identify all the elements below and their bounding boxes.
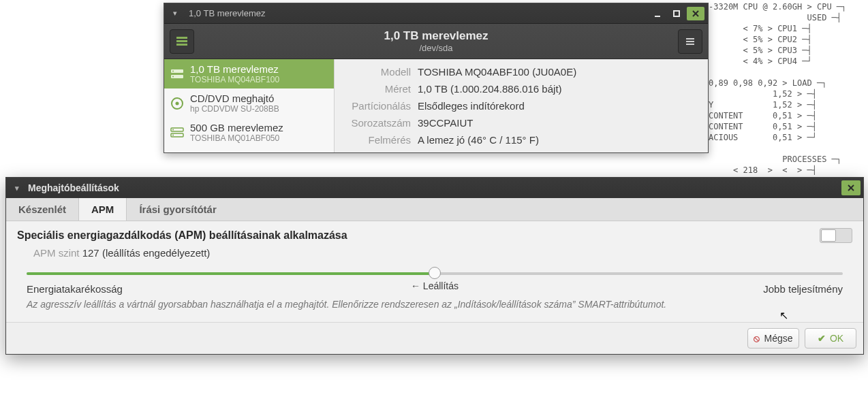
cancel-button[interactable]: ⦸Mégse xyxy=(747,328,799,349)
hamburger-menu-button[interactable] xyxy=(678,29,702,54)
header-title: 1,0 TB merevlemez xyxy=(194,29,678,43)
dialog-titlebar[interactable]: ▾ Meghajtóbeállítások xyxy=(6,178,863,198)
button-label: Mégse xyxy=(764,333,792,344)
detail-label: Partícionálás xyxy=(343,100,418,112)
disc-icon xyxy=(170,96,185,111)
background-terminal: -3320M CPU @ 2.60GH > CPU ─┐ USED ─┤ < 7… xyxy=(704,0,868,177)
slider-label-right: Jobb teljesítmény xyxy=(763,283,843,295)
svg-point-12 xyxy=(172,70,174,71)
minimize-button[interactable] xyxy=(649,7,666,20)
apm-enable-switch[interactable] xyxy=(820,228,852,243)
sidebar-item-label: CD/DVD meghajtó xyxy=(190,93,279,104)
dialog-footer: ⦸Mégse ✔OK xyxy=(6,322,863,354)
ok-button[interactable]: ✔OK xyxy=(805,328,856,349)
svg-rect-4 xyxy=(176,37,187,39)
tab-apm[interactable]: APM xyxy=(79,198,127,221)
window-menu-icon[interactable]: ▾ xyxy=(167,9,183,18)
svg-point-13 xyxy=(172,76,174,77)
svg-rect-1 xyxy=(674,11,679,16)
apm-level-label: APM szint xyxy=(33,247,80,259)
svg-point-19 xyxy=(172,134,174,135)
drive-settings-dialog: ▾ Meghajtóbeállítások Készenlét APM Írás… xyxy=(5,177,864,355)
dialog-title: Meghajtóbeállítások xyxy=(25,182,841,193)
slider-label-left: Energiatakarékosság xyxy=(27,283,123,295)
detail-label: Sorozatszám xyxy=(343,117,418,129)
disks-sidebar: 1,0 TB merevlemezTOSHIBA MQ04ABF100 CD/D… xyxy=(164,59,335,152)
disk-view-icon[interactable] xyxy=(170,29,194,54)
detail-label: Méret xyxy=(343,83,418,95)
close-button[interactable] xyxy=(687,7,704,20)
detail-value: 1,0 TB (1.000.204.886.016 bájt) xyxy=(418,83,700,95)
detail-value: A lemez jó (46° C / 115° F) xyxy=(418,134,700,146)
slider-label-mid: ← Leállítás xyxy=(411,280,459,291)
apm-heading: Speciális energiagazdálkodás (APM) beáll… xyxy=(17,229,809,242)
sidebar-item-sublabel: TOSHIBA MQ01ABF050 xyxy=(190,133,283,143)
detail-value: 39CCPAIUT xyxy=(418,117,700,129)
disk-details: ModellTOSHIBA MQ04ABF100 (JU0A0E) Méret1… xyxy=(335,59,708,152)
window-title: 1,0 TB merevlemez xyxy=(183,8,648,18)
detail-value: TOSHIBA MQ04ABF100 (JU0A0E) xyxy=(418,66,700,78)
sidebar-item-sublabel: TOSHIBA MQ04ABF100 xyxy=(190,75,279,84)
disks-headerbar: 1,0 TB merevlemez /dev/sda xyxy=(164,24,708,59)
svg-rect-6 xyxy=(176,44,187,46)
dialog-tabs: Készenlét APM Írási gyorsítótár xyxy=(6,198,863,221)
tab-standby[interactable]: Készenlét xyxy=(6,198,79,221)
svg-point-18 xyxy=(172,129,174,130)
sidebar-disk-2[interactable]: 500 GB merevlemezTOSHIBA MQ01ABF050 xyxy=(164,118,334,147)
sidebar-disk-1[interactable]: CD/DVD meghajtóhp CDDVDW SU-208BB xyxy=(164,88,334,118)
button-label: OK xyxy=(830,333,843,344)
detail-value: Elsődleges indítórekord xyxy=(418,100,700,112)
detail-label: Modell xyxy=(343,66,418,78)
apm-slider[interactable] xyxy=(27,267,843,280)
tab-write-cache[interactable]: Írási gyorsítótár xyxy=(127,198,228,221)
sidebar-disk-0[interactable]: 1,0 TB merevlemezTOSHIBA MQ04ABF100 xyxy=(164,59,334,88)
sidebar-item-sublabel: hp CDDVDW SU-208BB xyxy=(190,104,279,114)
maximize-button[interactable] xyxy=(668,7,685,20)
ok-icon: ✔ xyxy=(818,333,826,344)
apm-warning: Az agresszív leállítás a vártnál gyorsab… xyxy=(27,297,843,310)
sidebar-item-label: 500 GB merevlemez xyxy=(190,122,283,133)
svg-point-15 xyxy=(176,101,179,105)
disks-window: ▾ 1,0 TB merevlemez 1,0 TB merevlemez /d… xyxy=(164,3,709,153)
disks-titlebar[interactable]: ▾ 1,0 TB merevlemez xyxy=(164,3,708,24)
header-subtitle: /dev/sda xyxy=(194,43,678,53)
close-button[interactable] xyxy=(841,180,861,195)
hdd-icon xyxy=(170,125,185,140)
detail-label: Felmérés xyxy=(343,134,418,146)
apm-level-value: 127 (leállítás engedélyezett) xyxy=(82,247,211,259)
slider-thumb[interactable] xyxy=(429,267,441,279)
window-menu-icon[interactable]: ▾ xyxy=(9,184,25,193)
hdd-icon xyxy=(170,67,185,82)
cancel-icon: ⦸ xyxy=(754,333,760,344)
svg-rect-5 xyxy=(176,40,187,42)
sidebar-item-label: 1,0 TB merevlemez xyxy=(190,63,279,75)
